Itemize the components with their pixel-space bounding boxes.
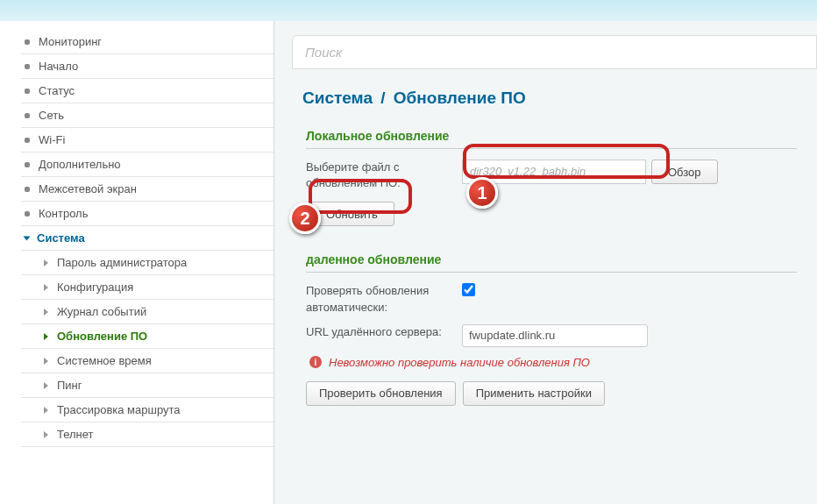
sidebar-sub-label: Телнет: [57, 428, 94, 441]
file-select-label: Выберите файл с обновлением ПО:*: [306, 160, 462, 191]
local-update-section: Локальное обновление Выберите файл с обн…: [306, 129, 817, 226]
breadcrumb: Система / Обновление ПО: [302, 89, 817, 108]
sidebar-item-status[interactable]: Статус: [21, 79, 274, 103]
sidebar-sub-system-time[interactable]: Системное время: [21, 349, 274, 373]
sidebar-sub-admin-password[interactable]: Пароль администратора: [21, 251, 274, 275]
update-button[interactable]: Обновить: [309, 202, 394, 226]
main-panel: Поиск Система / Обновление ПО Локальное …: [274, 21, 817, 504]
breadcrumb-parent[interactable]: Система: [302, 89, 373, 107]
top-header-strip: [0, 0, 817, 21]
sidebar-item-label: Мониторинг: [39, 35, 102, 48]
action-row: Проверить обновления Применить настройки: [306, 381, 817, 406]
chevron-right-icon: [44, 309, 48, 316]
sidebar-sub-label: Обновление ПО: [57, 330, 147, 343]
bullet-icon: [25, 113, 30, 118]
sidebar-item-label: Система: [37, 231, 85, 245]
sidebar-item-label: Сеть: [39, 109, 64, 122]
main-container: Мониторинг Начало Статус Сеть Wi-Fi Допо…: [0, 21, 817, 504]
sidebar-item-firewall[interactable]: Межсетевой экран: [21, 177, 274, 202]
sidebar-item-label: Статус: [39, 84, 75, 97]
bullet-icon: [25, 138, 30, 143]
bullet-icon: [25, 162, 30, 167]
sidebar-sub-label: Конфигурация: [57, 280, 133, 294]
local-update-title: Локальное обновление: [306, 129, 797, 149]
file-display[interactable]: dir320_v1.22_babh.bin: [462, 160, 646, 184]
bullet-icon: [25, 89, 30, 94]
bullet-icon: [25, 211, 30, 217]
sidebar-item-monitoring[interactable]: Мониторинг: [21, 30, 274, 54]
sidebar-sub-label: Пинг: [57, 379, 82, 392]
sidebar-item-system[interactable]: Система: [21, 226, 274, 251]
sidebar-item-control[interactable]: Контроль: [21, 202, 274, 226]
remote-update-title: даленное обновление: [306, 252, 797, 273]
chevron-right-icon: [44, 284, 48, 291]
chevron-right-icon: [44, 259, 48, 266]
bullet-icon: [25, 64, 30, 69]
sidebar-sub-event-log[interactable]: Журнал событий: [21, 300, 274, 324]
sidebar-item-label: Дополнительно: [39, 158, 121, 171]
chevron-right-icon: [44, 407, 48, 414]
chevron-right-icon: [44, 431, 48, 438]
sidebar-sub-configuration[interactable]: Конфигурация: [21, 275, 274, 300]
chevron-right-icon: [44, 382, 48, 389]
browse-button[interactable]: Обзор: [651, 160, 718, 184]
chevron-right-icon: [44, 333, 48, 340]
bullet-icon: [25, 187, 30, 192]
sidebar-sub-label: Пароль администратора: [57, 256, 187, 269]
auto-check-label: Проверять обновления автоматически:: [306, 283, 462, 315]
sidebar-item-label: Wi-Fi: [39, 133, 65, 146]
sidebar-item-label: Контроль: [39, 207, 88, 220]
required-mark: *: [401, 176, 405, 189]
sidebar-sub-firmware-update[interactable]: Обновление ПО: [21, 324, 274, 349]
chevron-right-icon: [44, 358, 48, 365]
search-input[interactable]: Поиск: [292, 35, 817, 69]
remote-update-section: даленное обновление Проверять обновления…: [306, 252, 817, 405]
sidebar-sub-traceroute[interactable]: Трассировка маршрута: [21, 398, 274, 422]
sidebar-item-label: Межсетевой экран: [39, 182, 137, 195]
sidebar-sub-label: Трассировка маршрута: [57, 403, 181, 416]
sidebar-sub-ping[interactable]: Пинг: [21, 373, 274, 398]
sidebar: Мониторинг Начало Статус Сеть Wi-Fi Допо…: [0, 21, 274, 504]
auto-check-row: Проверять обновления автоматически:: [306, 283, 817, 315]
remote-url-input[interactable]: [462, 324, 648, 347]
file-label-text: Выберите файл с обновлением ПО:: [306, 160, 401, 189]
breadcrumb-separator: /: [380, 89, 385, 107]
sidebar-item-wifi[interactable]: Wi-Fi: [21, 128, 274, 153]
sidebar-sub-label: Журнал событий: [57, 305, 146, 318]
search-placeholder: Поиск: [305, 45, 342, 60]
sidebar-item-network[interactable]: Сеть: [21, 103, 274, 128]
sidebar-sub-label: Системное время: [57, 354, 152, 367]
sidebar-sub-telnet[interactable]: Телнет: [21, 422, 274, 447]
apply-settings-button[interactable]: Применить настройки: [463, 381, 605, 406]
bullet-icon: [25, 39, 30, 45]
sidebar-item-start[interactable]: Начало: [21, 54, 274, 79]
check-updates-button[interactable]: Проверить обновления: [306, 381, 456, 406]
status-row: i Невозможно проверить наличие обновлени…: [306, 356, 817, 369]
sidebar-item-label: Начало: [39, 60, 78, 73]
sidebar-item-advanced[interactable]: Дополнительно: [21, 153, 274, 177]
file-select-row: Выберите файл с обновлением ПО:* dir320_…: [306, 160, 817, 191]
auto-check-checkbox[interactable]: [462, 283, 475, 296]
remote-url-label: URL удалённого сервера:: [306, 324, 462, 340]
status-text: Невозможно проверить наличие обновления …: [329, 356, 590, 369]
remote-url-row: URL удалённого сервера:: [306, 324, 817, 347]
breadcrumb-current: Обновление ПО: [394, 89, 526, 107]
error-icon: i: [309, 356, 322, 368]
file-input-wrap: dir320_v1.22_babh.bin Обзор: [462, 160, 718, 184]
chevron-down-icon: [24, 236, 31, 240]
